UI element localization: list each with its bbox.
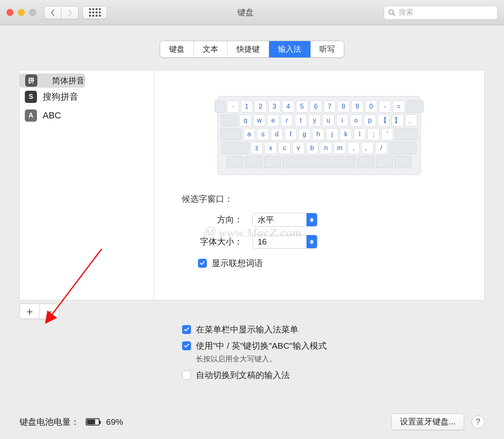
chevron-right-icon: [67, 9, 73, 16]
keyboard-key: 【: [378, 114, 390, 127]
keyboard-key: i: [336, 114, 348, 127]
remove-input-source-button[interactable]: －: [39, 304, 59, 319]
pinyin-icon: 拼: [25, 74, 37, 87]
keyboard-key: f: [285, 128, 297, 140]
keyboard-key: 】: [391, 114, 404, 127]
keyboard-key: v: [292, 142, 304, 154]
keyboard-key: ': [381, 128, 393, 140]
keyboard-key: 。: [361, 142, 374, 154]
direction-select[interactable]: 水平: [252, 213, 317, 227]
keyboard-key: k: [340, 128, 352, 140]
direction-row: 方向： 水平: [198, 213, 473, 227]
keyboard-key: n: [320, 142, 332, 154]
stepper-icon: [306, 235, 317, 248]
content: 键盘 文本 快捷键 输入法 听写 拼 简体拼音 S 搜狗拼音 A ABC ＋ －: [0, 25, 504, 389]
suggest-checkbox[interactable]: [198, 259, 207, 268]
back-button[interactable]: [44, 6, 61, 19]
keyboard-key: t: [295, 114, 307, 127]
keyboard-key: j: [326, 128, 338, 140]
tab-input-sources[interactable]: 输入法: [269, 41, 311, 57]
bottom-options: 在菜单栏中显示输入法菜单 使用"中 / 英"键切换"ABC"输入模式 长按以启用…: [182, 324, 484, 381]
chevron-left-icon: [50, 9, 56, 16]
menubar-checkbox[interactable]: [182, 325, 191, 334]
direction-value: 水平: [258, 214, 274, 225]
tab-shortcuts[interactable]: 快捷键: [228, 41, 269, 57]
keyboard-key: ;: [367, 128, 380, 140]
toolbar: 键盘: [0, 0, 504, 25]
keyboard-key: l: [354, 128, 366, 140]
ime-simplified-pinyin[interactable]: 拼 简体拼音: [20, 74, 85, 87]
ime-label: 简体拼音: [52, 75, 85, 86]
keyboard-key: 4: [282, 100, 294, 113]
autoswitch-row: ✓ 自动切换到文稿的输入法: [182, 369, 484, 381]
svg-point-0: [389, 9, 393, 14]
keyboard-key: 0: [365, 100, 377, 113]
capslock-hint: 长按以启用全大写键入。: [196, 354, 484, 364]
keyboard-key: p: [364, 114, 376, 127]
keyboard-key: y: [308, 114, 321, 127]
bluetooth-keyboard-button[interactable]: 设置蓝牙键盘...: [391, 413, 464, 430]
zoom-window: [29, 9, 36, 16]
search-input[interactable]: [399, 8, 493, 17]
keyboard-key: c: [278, 142, 291, 154]
close-window[interactable]: [7, 9, 13, 16]
menubar-label: 在菜单栏中显示输入法菜单: [196, 324, 298, 335]
keyboard-key: 1: [241, 100, 253, 113]
keyboard-key: z: [251, 142, 263, 154]
keyboard-key: b: [306, 142, 318, 154]
svg-line-1: [393, 13, 395, 15]
fontsize-row: 字体大小： 16: [198, 235, 473, 249]
ime-sogou-pinyin[interactable]: S 搜狗拼音: [20, 87, 154, 106]
keyboard-key: m: [334, 142, 346, 154]
help-button[interactable]: ?: [471, 415, 484, 428]
check-icon: [184, 343, 189, 349]
ime-label: 搜狗拼音: [43, 91, 78, 103]
battery-percent: 69%: [106, 417, 123, 427]
check-icon: [200, 260, 205, 266]
keyboard-key: 5: [296, 100, 308, 113]
capslock-checkbox[interactable]: [182, 341, 191, 350]
keyboard-key: q: [239, 114, 252, 127]
keyboard-preview: .·1234567890-=. .qwertyuiop【】、 .asdfghjk…: [217, 96, 421, 175]
forward-button[interactable]: [61, 6, 78, 19]
keyboard-key: g: [298, 128, 311, 140]
minimize-window[interactable]: [18, 9, 25, 16]
autoswitch-checkbox[interactable]: ✓: [182, 371, 191, 380]
input-sources-panel: 拼 简体拼音 S 搜狗拼音 A ABC ＋ － .·1234567890-=. …: [20, 70, 484, 300]
keyboard-key: 7: [324, 100, 336, 113]
capslock-label: 使用"中 / 英"键切换"ABC"输入模式: [196, 340, 327, 352]
tab-bar: 键盘 文本 快捷键 输入法 听写: [20, 41, 484, 58]
tab-dictation[interactable]: 听写: [311, 41, 344, 57]
keyboard-key: 3: [268, 100, 280, 113]
fontsize-value: 16: [258, 237, 267, 247]
keyboard-key: 6: [310, 100, 322, 113]
tab-keyboard[interactable]: 键盘: [160, 41, 194, 57]
keyboard-key: ,: [348, 142, 360, 154]
direction-label: 方向：: [198, 214, 243, 225]
menubar-row: 在菜单栏中显示输入法菜单: [182, 324, 484, 335]
input-source-list: 拼 简体拼音 S 搜狗拼音 A ABC ＋ －: [20, 70, 154, 300]
check-icon: [184, 327, 189, 332]
battery-status: 键盘电池电量： 69%: [20, 416, 123, 428]
keyboard-key: 2: [254, 100, 267, 113]
capslock-row: 使用"中 / 英"键切换"ABC"输入模式: [182, 340, 484, 352]
add-input-source-button[interactable]: ＋: [20, 304, 39, 319]
keyboard-key: u: [322, 114, 335, 127]
suggest-row: 显示联想词语: [198, 258, 473, 269]
ime-abc[interactable]: A ABC: [20, 106, 154, 125]
keyboard-key: -: [379, 100, 391, 113]
stepper-icon: [306, 213, 317, 226]
search-icon: [388, 9, 395, 16]
traffic-lights: [7, 9, 36, 16]
autoswitch-label: 自动切换到文稿的输入法: [196, 369, 290, 381]
show-all-button[interactable]: [83, 6, 107, 19]
keyboard-key: e: [267, 114, 279, 127]
keyboard-key: s: [257, 128, 269, 140]
keyboard-key: h: [312, 128, 324, 140]
keyboard-key: r: [281, 114, 293, 127]
add-remove-buttons: ＋ －: [20, 304, 59, 319]
input-source-detail: .·1234567890-=. .qwertyuiop【】、 .asdfghjk…: [154, 70, 484, 300]
search-field[interactable]: [384, 6, 497, 20]
tab-text[interactable]: 文本: [194, 41, 228, 57]
fontsize-select[interactable]: 16: [252, 235, 317, 249]
